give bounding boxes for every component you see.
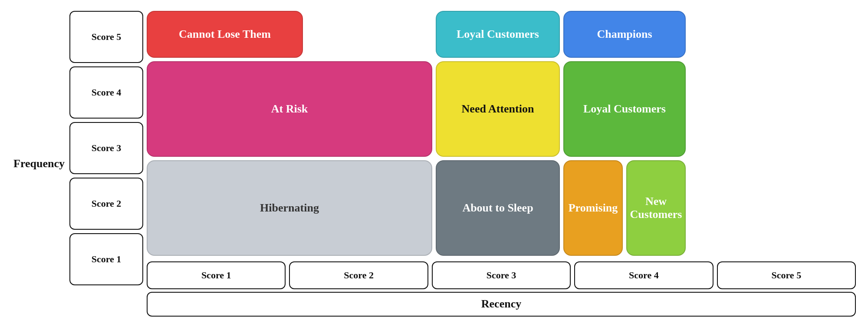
score-col-3: Score 3 [432,261,571,289]
score-columns-row: Score 1 Score 2 Score 3 Score 4 Score 5 [143,261,859,292]
promising-segment: Promising [563,160,623,256]
score-row-2: Score 2 [69,178,143,230]
segment-grid: Cannot Lose Them Loyal Customers Champio… [143,7,859,261]
recency-label: Recency [147,292,856,317]
score-labels-column: Score 5 Score 4 Score 3 Score 2 Score 1 [69,7,143,320]
at-risk-segment: At Risk [147,61,432,157]
new-customers-segment: New Customers [626,160,686,256]
champions-segment: Champions [563,11,686,58]
recency-row: Recency [143,292,859,320]
score-row-1: Score 1 [69,233,143,285]
rfm-chart: Frequency Score 5 Score 4 Score 3 Score … [9,7,859,320]
score-col-5: Score 5 [717,261,856,289]
about-to-sleep-segment: About to Sleep [436,160,560,256]
frequency-label: Frequency [13,157,65,170]
score-col-4: Score 4 [574,261,713,289]
frequency-label-col: Frequency [9,7,69,320]
score-row-4: Score 4 [69,66,143,119]
hibernating-segment: Hibernating [147,160,432,256]
loyal-customers-right-segment: Loyal Customers [563,61,686,157]
grid-area: Cannot Lose Them Loyal Customers Champio… [143,7,859,320]
score-row-5: Score 5 [69,11,143,63]
score-col-2: Score 2 [289,261,428,289]
score-col-1: Score 1 [147,261,286,289]
loyal-customers-top-segment: Loyal Customers [436,11,560,58]
score-row-3: Score 3 [69,122,143,174]
cannot-lose-segment: Cannot Lose Them [147,11,303,58]
need-attention-segment: Need Attention [436,61,560,157]
